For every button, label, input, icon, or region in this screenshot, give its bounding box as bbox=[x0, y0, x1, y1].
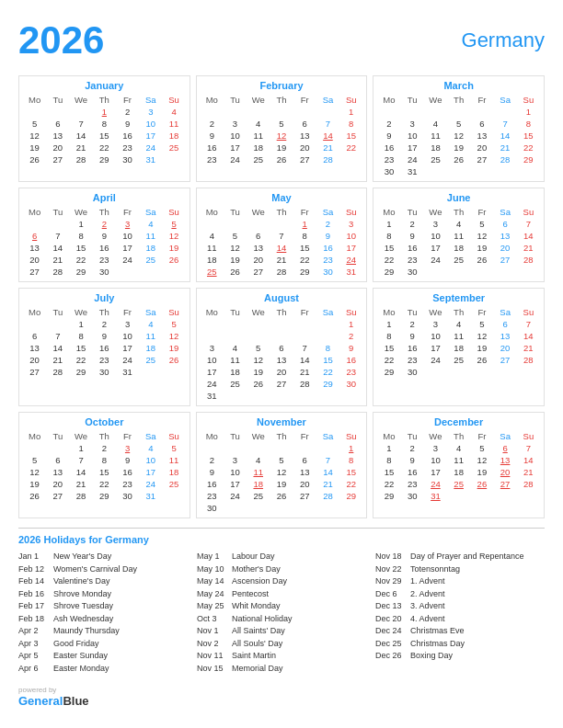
day-header-th: Th bbox=[447, 306, 470, 318]
holiday-date: Dec 26 bbox=[375, 650, 407, 663]
cal-day: 14 bbox=[293, 354, 316, 366]
cal-day: 30 bbox=[401, 366, 424, 378]
cal-day: 25 bbox=[224, 378, 247, 390]
cal-day: 9 bbox=[316, 230, 339, 242]
day-header-su: Su bbox=[517, 94, 540, 106]
holidays-section: 2026 Holidays for Germany Jan 1New Year'… bbox=[18, 528, 545, 675]
day-header-th: Th bbox=[447, 94, 470, 106]
cal-day: 27 bbox=[46, 154, 69, 165]
cal-day: 9 bbox=[401, 230, 424, 242]
day-header-su: Su bbox=[517, 430, 540, 442]
day-header-tu: Tu bbox=[401, 306, 424, 318]
cal-day: 6 bbox=[46, 454, 69, 466]
cal-day: 19 bbox=[470, 342, 493, 354]
cal-day: 28 bbox=[69, 154, 92, 165]
cal-day: 24 bbox=[424, 354, 447, 366]
day-header-tu: Tu bbox=[401, 206, 424, 218]
cal-day bbox=[517, 165, 540, 177]
month-title: January bbox=[23, 80, 186, 91]
cal-day: 18 bbox=[447, 466, 470, 478]
cal-day: 10 bbox=[339, 230, 362, 242]
cal-day bbox=[494, 266, 517, 278]
day-header-we: We bbox=[69, 430, 92, 442]
cal-day: 25 bbox=[162, 478, 185, 490]
cal-day bbox=[224, 442, 247, 454]
cal-day: 8 bbox=[517, 118, 540, 130]
cal-day bbox=[224, 390, 247, 402]
day-header-tu: Tu bbox=[224, 206, 247, 218]
cal-day bbox=[494, 106, 517, 118]
holiday-item: Apr 3Good Friday bbox=[18, 638, 188, 651]
cal-day: 15 bbox=[377, 342, 400, 354]
cal-day: 23 bbox=[201, 154, 224, 165]
day-header-tu: Tu bbox=[46, 94, 69, 106]
cal-day: 11 bbox=[447, 454, 470, 466]
cal-day: 8 bbox=[93, 454, 116, 466]
brand-label: GeneralBlue bbox=[18, 694, 89, 708]
cal-day: 23 bbox=[339, 366, 362, 378]
cal-day: 18 bbox=[447, 242, 470, 254]
cal-day: 9 bbox=[116, 118, 139, 130]
cal-day bbox=[23, 442, 46, 454]
cal-day: 5 bbox=[270, 118, 293, 130]
cal-day: 30 bbox=[401, 490, 424, 502]
cal-day: 3 bbox=[424, 318, 447, 330]
cal-day: 25 bbox=[247, 154, 270, 165]
cal-day bbox=[201, 442, 224, 454]
cal-day: 27 bbox=[494, 354, 517, 366]
day-header-we: We bbox=[247, 306, 270, 318]
cal-day: 21 bbox=[270, 254, 293, 266]
cal-day: 11 bbox=[447, 330, 470, 342]
cal-day: 25 bbox=[447, 354, 470, 366]
holiday-date: Feb 16 bbox=[18, 588, 50, 601]
holiday-name: Labour Day bbox=[232, 551, 275, 563]
cal-day: 26 bbox=[162, 254, 185, 266]
cal-day: 24 bbox=[224, 154, 247, 165]
cal-day: 7 bbox=[316, 454, 339, 466]
cal-day bbox=[224, 330, 247, 342]
cal-day: 24 bbox=[201, 378, 224, 390]
cal-day: 4 bbox=[447, 442, 470, 454]
cal-day: 21 bbox=[494, 142, 517, 154]
cal-day: 26 bbox=[447, 154, 470, 165]
cal-day: 22 bbox=[69, 354, 92, 366]
cal-day bbox=[23, 218, 46, 230]
cal-day: 8 bbox=[69, 330, 92, 342]
holiday-name: All Saints' Day bbox=[232, 625, 285, 638]
cal-day: 27 bbox=[293, 490, 316, 502]
cal-day: 6 bbox=[23, 330, 46, 342]
day-header-fr: Fr bbox=[116, 306, 139, 318]
month-block-january: JanuaryMoTuWeThFrSaSu1234567891011121314… bbox=[18, 75, 190, 182]
cal-day: 12 bbox=[162, 330, 185, 342]
cal-day: 3 bbox=[139, 106, 162, 118]
cal-day bbox=[270, 218, 293, 230]
holiday-date: Dec 25 bbox=[375, 638, 407, 651]
cal-day: 2 bbox=[201, 118, 224, 130]
cal-day: 29 bbox=[69, 366, 92, 378]
cal-day: 10 bbox=[116, 230, 139, 242]
cal-day: 1 bbox=[69, 318, 92, 330]
cal-day: 14 bbox=[46, 242, 69, 254]
cal-day: 5 bbox=[470, 442, 493, 454]
cal-day: 7 bbox=[69, 454, 92, 466]
cal-day: 24 bbox=[139, 478, 162, 490]
day-header-th: Th bbox=[93, 430, 116, 442]
cal-day: 22 bbox=[316, 366, 339, 378]
holiday-item: Dec 26Boxing Day bbox=[375, 650, 545, 663]
day-header-fr: Fr bbox=[293, 94, 316, 106]
cal-day: 25 bbox=[447, 254, 470, 266]
cal-day: 2 bbox=[93, 442, 116, 454]
month-title: November bbox=[201, 416, 363, 427]
cal-day: 4 bbox=[424, 118, 447, 130]
holiday-item: Nov 11Saint Martin bbox=[197, 650, 366, 663]
holiday-item: Apr 6Easter Monday bbox=[18, 663, 188, 676]
cal-day bbox=[494, 165, 517, 177]
day-header-we: We bbox=[424, 94, 447, 106]
cal-day bbox=[162, 366, 185, 378]
day-header-sa: Sa bbox=[139, 206, 162, 218]
cal-day: 29 bbox=[93, 490, 116, 502]
cal-day: 13 bbox=[23, 342, 46, 354]
day-header-we: We bbox=[247, 206, 270, 218]
cal-day: 14 bbox=[69, 466, 92, 478]
cal-day: 23 bbox=[116, 142, 139, 154]
